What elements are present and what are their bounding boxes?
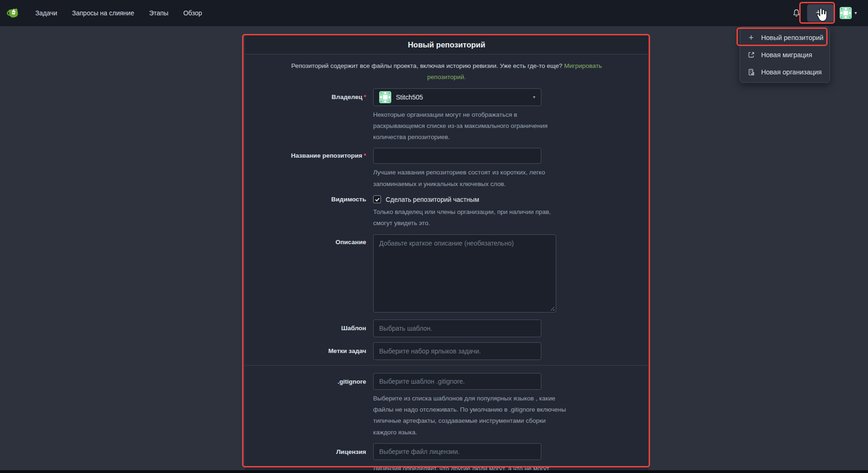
template-label: Шаблон [251,320,373,337]
notifications-bell-icon[interactable] [792,9,801,17]
identicon [840,7,852,19]
owner-selected-value: Stitch505 [396,93,423,101]
form-intro: Репозиторий содержит все файлы проекта, … [284,60,609,83]
intro-text: Репозиторий содержит все файлы проекта, … [291,62,564,69]
owner-label: Владелец* [251,88,373,143]
identicon [379,91,391,103]
visibility-label: Видимость [251,195,373,229]
form-header: Новый репозиторий [245,35,648,54]
description-field: Описание [251,234,642,314]
gitignore-field: .gitignore Выберите шаблон .gitignore. В… [251,373,642,438]
plus-icon: + [815,8,821,17]
navbar: Задачи Запросы на слияние Этапы Обзор + … [0,0,868,26]
screen-bottom-edge [0,470,868,473]
repo-name-help-text: Лучшие названия репозиториев состоят из … [373,167,570,190]
gitignore-label: .gitignore [251,373,373,438]
required-asterisk: * [364,93,366,100]
template-placeholder: Выбрать шаблон. [379,325,432,332]
owner-field: Владелец* Stitch505 ▾ Некоторые организ [251,88,642,143]
license-select[interactable]: Выберите файл лицензии. [373,443,541,460]
menu-item-new-migration[interactable]: Новая миграция [740,46,829,63]
repo-name-label: Название репозитория* [251,148,373,190]
create-new-button[interactable]: + ▾ [807,4,834,22]
chevron-down-icon: ▾ [533,94,535,100]
gitignore-select[interactable]: Выберите шаблон .gitignore. [373,373,541,390]
issue-labels-label: Метки задач [251,342,373,360]
organization-icon [747,68,755,76]
template-field: Шаблон Выбрать шаблон. [251,320,642,337]
menu-item-label: Новая организация [761,68,822,76]
user-avatar[interactable] [840,7,852,19]
gitea-logo-icon [7,6,20,20]
plus-icon: + [747,33,755,41]
private-checkbox[interactable] [373,195,381,203]
owner-avatar [379,91,391,103]
visibility-checkbox-row: Сделать репозиторий частным [373,195,642,203]
checkmark-icon [375,197,380,202]
form-body: Репозиторий содержит все файлы проекта, … [245,54,648,473]
nav-pull-requests[interactable]: Запросы на слияние [72,9,134,17]
issue-labels-field: Метки задач Выберите набор ярлыков задач… [251,342,642,360]
repo-name-input[interactable] [373,148,541,164]
license-field: Лицензия Выберите файл лицензии. Лицензи… [251,443,642,473]
nav-issues[interactable]: Задачи [35,9,57,17]
description-label: Описание [251,234,373,314]
migrate-icon [747,51,755,59]
nav-explore[interactable]: Обзор [183,9,202,17]
issue-labels-placeholder: Выберите набор ярлыков задачи. [379,347,481,355]
repo-name-field: Название репозитория* Лучшие названия ре… [251,148,642,190]
chevron-down-icon: ▾ [823,11,826,15]
gitignore-placeholder: Выберите шаблон .gitignore. [379,378,465,385]
menu-item-label: Новый репозиторий [761,34,823,41]
gitea-logo[interactable] [7,6,20,20]
menu-item-new-organization[interactable]: Новая организация [740,63,829,80]
user-menu-chevron-down-icon[interactable]: ▾ [855,11,857,15]
visibility-help-text: Только владелец или члены организации, п… [373,207,570,229]
issue-labels-select[interactable]: Выберите набор ярлыков задачи. [373,342,541,360]
visibility-field: Видимость Сделать репозиторий частным То… [251,195,642,229]
gitignore-help-text: Выберите из списка шаблонов для популярн… [373,393,570,438]
section-divider [245,365,648,366]
navbar-right: + ▾ ▾ [792,4,857,22]
owner-select[interactable]: Stitch505 ▾ [373,88,541,106]
menu-item-label: Новая миграция [761,51,812,59]
menu-item-new-repository[interactable]: + Новый репозиторий [740,29,829,46]
owner-help-text: Некоторые организации могут не отображат… [373,109,570,143]
create-dropdown-menu: + Новый репозиторий Новая миграция Новая… [740,27,830,83]
new-repository-form: Новый репозиторий Репозиторий содержит в… [245,35,648,473]
license-label: Лицензия [251,443,373,473]
primary-nav: Задачи Запросы на слияние Этапы Обзор [35,9,202,17]
nav-milestones[interactable]: Этапы [149,9,169,17]
private-checkbox-label[interactable]: Сделать репозиторий частным [386,196,479,203]
description-textarea[interactable] [373,234,556,313]
required-asterisk: * [364,152,366,159]
template-select[interactable]: Выбрать шаблон. [373,320,541,337]
form-title: Новый репозиторий [408,40,486,49]
license-placeholder: Выберите файл лицензии. [379,448,460,455]
